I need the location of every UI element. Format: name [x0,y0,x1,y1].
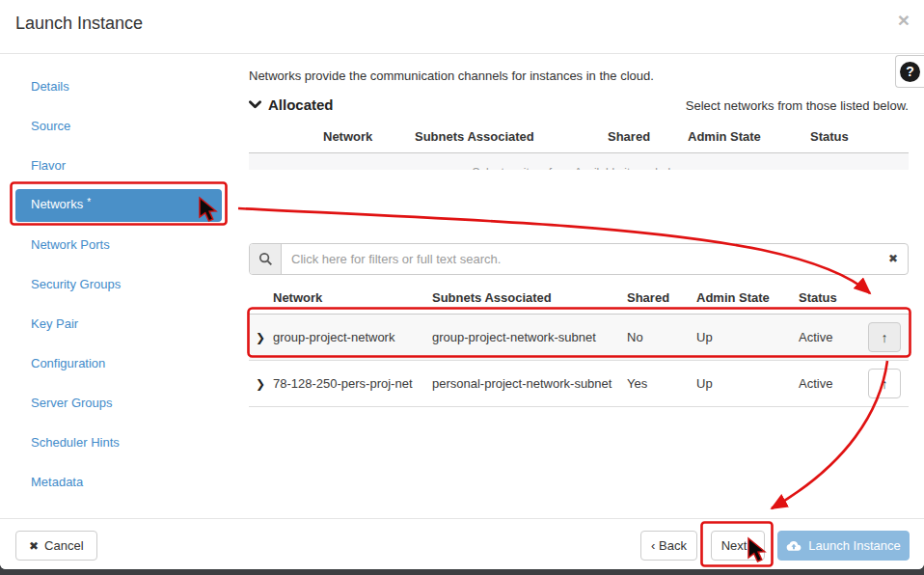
allocated-empty-row: Select an item from Available items belo… [249,153,909,170]
col-shared: Shared [608,129,688,144]
sidebar-item-metadata[interactable]: Metadata [0,462,249,502]
search-icon [258,252,273,266]
close-icon[interactable]: × [898,10,910,30]
allocate-network-button[interactable]: ↑ [868,322,901,352]
col-status: Status [810,129,909,144]
cell-status: Active [799,330,866,344]
select-networks-hint: Select networks from those listed below. [686,98,909,113]
cell-shared: No [627,330,696,344]
allocated-empty-message: Select an item from Available items belo… [249,166,909,170]
cell-subnets: group-project-network-subnet [432,330,627,344]
sidebar-item-label: Networks [31,197,83,211]
back-label: ‹ Back [651,538,687,553]
cell-subnets: personal-project-network-subnet [432,376,627,391]
next-button[interactable]: Next › [711,531,765,561]
help-button[interactable]: ? [895,55,924,88]
search-button[interactable] [250,244,282,274]
sidebar-item-network-ports[interactable]: Network Ports [0,225,249,264]
dialog-title: Launch Instance [15,14,143,34]
col-shared: Shared [627,290,696,305]
cell-admin-state: Up [696,376,799,391]
allocated-title: Allocated [268,96,334,113]
sidebar-item-configuration[interactable]: Configuration [0,343,249,383]
help-icon: ? [900,62,920,82]
sidebar-item-security-groups[interactable]: Security Groups [0,264,249,304]
cancel-icon: ✖ [29,539,39,553]
expand-row-icon[interactable]: ❯ [249,331,273,344]
arrow-up-icon: ↑ [882,376,888,392]
cell-shared: Yes [627,376,696,391]
filter-bar: ✖ [249,243,909,275]
launch-label: Launch Instance [808,538,900,553]
col-subnets: Subnets Associated [432,290,627,305]
expand-row-icon[interactable]: ❯ [249,377,273,391]
sidebar-item-networks[interactable]: Networks * [0,185,249,225]
wizard-step-list: Details Source Flavor Networks * Network… [0,54,249,518]
network-row-personal-project[interactable]: ❯ 78-128-250-pers-proj-net personal-proj… [249,361,909,407]
network-row-group-project[interactable]: ❯ group-project-network group-project-ne… [249,315,909,361]
cancel-button[interactable]: ✖ Cancel [15,531,97,561]
sidebar-item-scheduler-hints[interactable]: Scheduler Hints [0,423,249,462]
allocated-table-header: Network Subnets Associated Shared Admin … [249,123,909,153]
col-admin-state: Admin State [696,290,799,305]
dialog-header: Launch Instance × [0,0,924,54]
cloud-upload-icon [786,540,802,552]
clear-filter-icon[interactable]: ✖ [888,253,898,264]
filter-search-input[interactable] [282,244,908,274]
sidebar-item-details[interactable]: Details [0,67,249,106]
col-network: Network [273,290,432,305]
cell-status: Active [799,376,866,391]
sidebar-item-server-groups[interactable]: Server Groups [0,383,249,423]
networks-step-panel: Networks provide the communication chann… [249,54,924,518]
col-subnets: Subnets Associated [415,129,608,144]
sidebar-item-key-pair[interactable]: Key Pair [0,304,249,343]
required-mark: * [87,197,91,207]
arrow-up-icon: ↑ [882,330,888,345]
launch-instance-dialog: Launch Instance × ? Details Source Flavo… [0,0,924,569]
cancel-label: Cancel [44,538,83,553]
back-button[interactable]: ‹ Back [640,531,697,561]
dialog-footer: ✖ Cancel ‹ Back Next › Launch Instance [0,518,924,569]
cell-admin-state: Up [696,330,799,344]
col-admin-state: Admin State [688,129,810,144]
launch-instance-button[interactable]: Launch Instance [777,531,910,561]
col-status: Status [799,290,866,305]
available-table-header: Network Subnets Associated Shared Admin … [249,282,909,315]
next-label: Next › [721,538,755,553]
col-network: Network [323,129,415,144]
allocate-network-button[interactable]: ↑ [868,369,901,398]
selected-step-pill: Networks * [15,189,222,222]
sidebar-item-source[interactable]: Source [0,106,249,146]
cell-network: group-project-network [273,330,432,344]
sidebar-item-flavor[interactable]: Flavor [0,146,249,185]
chevron-down-icon [249,98,261,111]
cell-network: 78-128-250-pers-proj-net [273,376,432,391]
allocated-section-toggle[interactable]: Allocated [249,96,334,113]
step-description: Networks provide the communication chann… [249,68,909,83]
